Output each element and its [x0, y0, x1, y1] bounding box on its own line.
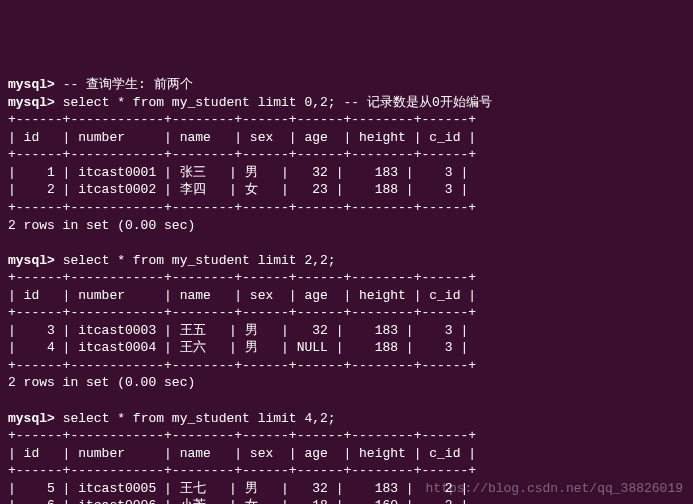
- table-separator: +------+------------+--------+------+---…: [8, 147, 476, 162]
- table-row: | 3 | itcast0003 | 王五 | 男 | 32 | 183 | 3…: [8, 323, 468, 338]
- table-header: | id | number | name | sex | age | heigh…: [8, 288, 476, 303]
- table-separator: +------+------------+--------+------+---…: [8, 463, 476, 478]
- table-separator: +------+------------+--------+------+---…: [8, 112, 476, 127]
- table-row: | 6 | itcast0006 | 小芳 | 女 | 18 | 160 | 2…: [8, 498, 468, 504]
- mysql-prompt: mysql>: [8, 95, 55, 110]
- table-row: | 5 | itcast0005 | 王七 | 男 | 32 | 183 | 2…: [8, 481, 468, 496]
- sql-query-3: select * from my_student limit 4,2;: [63, 411, 336, 426]
- table-separator: +------+------------+--------+------+---…: [8, 200, 476, 215]
- comment-line: -- 查询学生: 前两个: [63, 77, 193, 92]
- table-separator: +------+------------+--------+------+---…: [8, 305, 476, 320]
- sql-query-1: select * from my_student limit 0,2;: [63, 95, 336, 110]
- table-row: | 1 | itcast0001 | 张三 | 男 | 32 | 183 | 3…: [8, 165, 468, 180]
- table-header: | id | number | name | sex | age | heigh…: [8, 130, 476, 145]
- table-separator: +------+------------+--------+------+---…: [8, 358, 476, 373]
- sql-query-2: select * from my_student limit 2,2;: [63, 253, 336, 268]
- result-status: 2 rows in set (0.00 sec): [8, 218, 195, 233]
- result-status: 2 rows in set (0.00 sec): [8, 375, 195, 390]
- inline-comment: -- 记录数是从0开始编号: [343, 95, 491, 110]
- watermark-text: https://blog.csdn.net/qq_38826019: [426, 480, 683, 498]
- mysql-prompt: mysql>: [8, 253, 55, 268]
- table-separator: +------+------------+--------+------+---…: [8, 428, 476, 443]
- terminal-output: mysql> -- 查询学生: 前两个 mysql> select * from…: [8, 76, 685, 504]
- mysql-prompt: mysql>: [8, 411, 55, 426]
- mysql-prompt: mysql>: [8, 77, 55, 92]
- table-header: | id | number | name | sex | age | heigh…: [8, 446, 476, 461]
- table-separator: +------+------------+--------+------+---…: [8, 270, 476, 285]
- table-row: | 2 | itcast0002 | 李四 | 女 | 23 | 188 | 3…: [8, 182, 468, 197]
- table-row: | 4 | itcast0004 | 王六 | 男 | NULL | 188 |…: [8, 340, 468, 355]
